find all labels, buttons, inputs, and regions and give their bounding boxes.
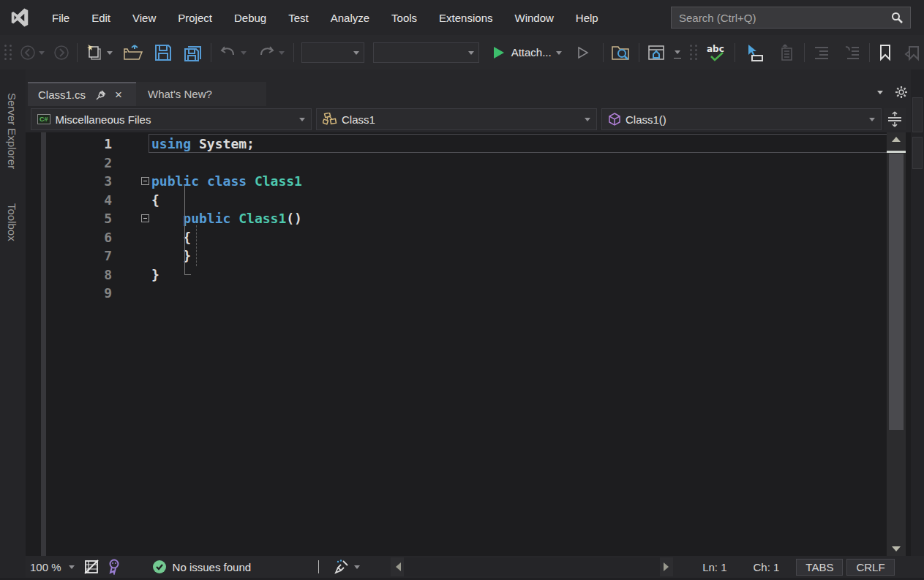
suggestions-off-icon[interactable] <box>83 559 99 575</box>
line-indicator[interactable]: Ln: 1 <box>702 561 726 573</box>
save-all-button[interactable] <box>180 40 206 65</box>
column-indicator[interactable]: Ch: 1 <box>754 561 780 573</box>
csharp-file-icon: C# <box>37 114 50 124</box>
code-line[interactable]: 9 <box>26 284 911 303</box>
menu-item-project[interactable]: Project <box>167 7 223 29</box>
right-dock-strip <box>911 69 924 556</box>
tab-list-dropdown[interactable] <box>877 91 883 97</box>
code-line[interactable]: 6 { <box>26 228 911 247</box>
toolbar-separator <box>735 43 735 62</box>
solution-explorer-button[interactable] <box>643 40 669 65</box>
menu-item-view[interactable]: View <box>121 7 167 29</box>
code-line[interactable]: 8} <box>26 265 911 285</box>
fold-margin[interactable] <box>112 172 151 191</box>
split-editor-button[interactable] <box>884 108 906 130</box>
code-cleanup-button[interactable] <box>334 559 360 575</box>
line-number: 3 <box>26 172 112 191</box>
menu-item-window[interactable]: Window <box>503 7 564 29</box>
line-number: 6 <box>26 228 112 247</box>
code-lines: 1using System;23public class Class14{5 p… <box>26 135 911 303</box>
document-health-icon[interactable] <box>152 560 167 574</box>
start-debug-attach-button[interactable]: Attach... <box>489 40 565 65</box>
gear-icon[interactable] <box>895 86 908 99</box>
line-number: 7 <box>26 246 112 265</box>
configuration-combobox[interactable] <box>301 42 365 63</box>
menu-item-file[interactable]: File <box>41 7 80 29</box>
scrollbar-thumb[interactable] <box>889 154 904 430</box>
indent-mode-toggle[interactable]: TABS <box>796 559 843 576</box>
toolbar-drag-handle[interactable] <box>4 45 12 60</box>
navigate-back-dropdown[interactable] <box>39 51 45 58</box>
zoom-dropdown[interactable]: 100 % <box>30 561 75 573</box>
navigate-forward-button[interactable] <box>50 40 72 65</box>
new-file-dropdown[interactable] <box>107 51 113 58</box>
undo-button[interactable] <box>216 40 241 65</box>
code-line[interactable]: 1using System; <box>26 135 911 154</box>
copilot-wrench-icon[interactable] <box>107 559 121 575</box>
select-element-button[interactable] <box>740 40 767 65</box>
menu-item-analyze[interactable]: Analyze <box>320 7 380 29</box>
scroll-up-button[interactable] <box>887 132 906 146</box>
horizontal-scrollbar[interactable] <box>404 557 660 576</box>
platform-combobox[interactable] <box>373 42 478 63</box>
code-line[interactable]: 2 <box>26 154 911 173</box>
code-line[interactable]: 4{ <box>26 191 911 210</box>
fold-margin <box>112 246 151 265</box>
fold-margin[interactable] <box>112 209 151 228</box>
sidebar-item-server-explorer[interactable]: Server Explorer <box>6 93 18 169</box>
decrease-indent-button[interactable] <box>809 40 834 65</box>
previous-bookmark-button[interactable] <box>901 40 924 65</box>
new-file-button[interactable] <box>82 40 107 65</box>
svg-text:abc: abc <box>707 44 724 54</box>
menu-item-help[interactable]: Help <box>565 7 609 29</box>
find-in-files-button[interactable] <box>608 40 634 65</box>
spell-check-button[interactable]: abc <box>702 40 730 65</box>
member-dropdown[interactable]: Class1() <box>601 108 882 130</box>
code-line[interactable]: 7 } <box>26 246 911 265</box>
menu-item-test[interactable]: Test <box>277 7 320 29</box>
hscroll-right-button[interactable] <box>660 557 673 576</box>
pin-icon[interactable] <box>96 90 106 100</box>
code-line[interactable]: 5 public Class1() <box>26 209 911 228</box>
code-editor[interactable]: 1using System;23public class Class14{5 p… <box>26 132 911 556</box>
sidebar-item-toolbox[interactable]: Toolbox <box>6 203 18 241</box>
tab-whats-new[interactable]: What's New? <box>136 82 266 106</box>
redo-button[interactable] <box>254 40 279 65</box>
close-icon[interactable]: × <box>115 88 122 102</box>
menu-item-tools[interactable]: Tools <box>380 7 428 29</box>
menu-item-edit[interactable]: Edit <box>80 7 121 29</box>
code-text: { <box>151 191 159 210</box>
search-input[interactable]: Search (Ctrl+Q) <box>671 7 911 29</box>
start-without-debugging-button[interactable] <box>574 40 593 65</box>
undo-dropdown[interactable] <box>241 51 247 58</box>
solution-explorer-dropdown[interactable] <box>674 47 681 59</box>
toolbar-drag-handle[interactable] <box>690 45 698 60</box>
line-ending-indicator[interactable]: CRLF <box>846 559 894 576</box>
open-file-button[interactable] <box>120 40 146 65</box>
tab-class1-cs[interactable]: Class1.cs × <box>28 82 136 106</box>
health-status-text[interactable]: No issues found <box>173 561 252 573</box>
vertical-scrollbar[interactable] <box>887 132 906 556</box>
fold-margin <box>112 228 151 247</box>
attach-label: Attach... <box>511 46 552 59</box>
code-line[interactable]: 3public class Class1 <box>26 172 911 191</box>
toolbar-separator <box>293 43 294 62</box>
fold-margin <box>112 154 151 173</box>
menu-item-debug[interactable]: Debug <box>223 7 277 29</box>
collapse-icon[interactable] <box>141 214 149 222</box>
menu-item-extensions[interactable]: Extensions <box>428 7 503 29</box>
navigate-back-button[interactable] <box>17 40 39 65</box>
increase-indent-button[interactable] <box>840 40 865 65</box>
collapse-icon[interactable] <box>141 177 149 185</box>
code-text: public class Class1 <box>151 172 302 191</box>
toggle-bookmark-button[interactable] <box>874 40 896 65</box>
project-dropdown[interactable]: C# Miscellaneous Files <box>31 108 312 130</box>
type-dropdown[interactable]: Class1 <box>316 108 597 130</box>
scroll-down-button[interactable] <box>887 543 906 556</box>
hscroll-left-button[interactable] <box>391 557 404 576</box>
save-button[interactable] <box>151 40 176 65</box>
search-placeholder: Search (Ctrl+Q) <box>679 12 891 24</box>
copy-parent-button[interactable] <box>773 40 800 65</box>
redo-dropdown[interactable] <box>279 51 285 58</box>
editor-status-bar: 100 % No issues found Ln: 1 Ch: 1 TABS C… <box>26 556 924 578</box>
